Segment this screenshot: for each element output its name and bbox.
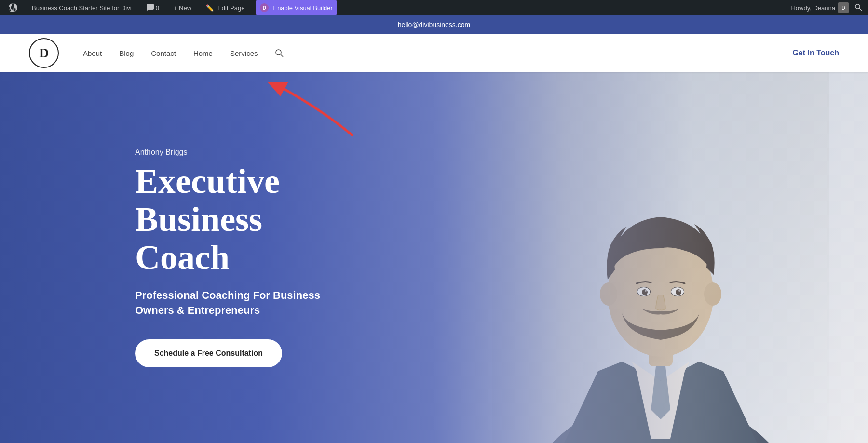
comment-icon (146, 4, 154, 12)
hero-description: Professional Coaching For Business Owner… (135, 288, 338, 318)
new-button[interactable]: + New (171, 0, 194, 15)
svg-line-3 (859, 8, 862, 11)
nav-link-home[interactable]: Home (193, 49, 213, 57)
nav-link-services[interactable]: Services (230, 49, 258, 57)
email-link[interactable]: hello@divibusiness.com (398, 21, 470, 28)
wp-logo-button[interactable] (6, 0, 20, 15)
divi-icon: D (260, 3, 269, 12)
svg-line-5 (281, 54, 283, 57)
nav-links: About Blog Contact Home Services (83, 49, 792, 57)
nav-link-about[interactable]: About (83, 49, 102, 57)
top-bar: hello@divibusiness.com (0, 15, 868, 34)
user-avatar: D (838, 2, 849, 13)
nav-search-icon[interactable] (275, 49, 284, 57)
svg-point-4 (276, 50, 281, 55)
wp-icon (9, 3, 17, 12)
nav-link-contact[interactable]: Contact (151, 49, 176, 57)
nav-cta-button[interactable]: Get In Touch (792, 49, 839, 57)
site-name-button[interactable]: Business Coach Starter Site for Divi (29, 0, 135, 15)
hero-content: Anthony Briggs Executive Business Coach … (0, 148, 338, 367)
hero-section: Anthony Briggs Executive Business Coach … (0, 72, 868, 443)
pencil-icon: ✏️ (206, 4, 214, 12)
hero-title: Executive Business Coach (135, 162, 338, 277)
howdy-section: Howdy, Deanna D (791, 2, 849, 13)
edit-page-label: Edit Page (217, 4, 244, 12)
enable-vb-button[interactable]: D Enable Visual Builder (256, 0, 336, 15)
site-name-label: Business Coach Starter Site for Divi (32, 4, 132, 12)
nav-logo[interactable]: D (29, 38, 59, 68)
svg-point-2 (855, 4, 860, 9)
logo-circle: D (29, 38, 59, 68)
wp-admin-bar: Business Coach Starter Site for Divi 0 +… (0, 0, 868, 15)
nav-link-blog[interactable]: Blog (119, 49, 134, 57)
svg-rect-0 (147, 4, 153, 9)
comments-button[interactable]: 0 (143, 0, 162, 15)
admin-search-icon[interactable] (854, 3, 862, 13)
comment-count: 0 (156, 4, 159, 12)
new-label: + New (174, 4, 191, 12)
howdy-label: Howdy, Deanna (791, 4, 835, 12)
enable-vb-label: Enable Visual Builder (273, 4, 332, 12)
main-nav: D About Blog Contact Home Services Get I… (0, 34, 868, 72)
hero-subtitle: Anthony Briggs (135, 148, 338, 157)
edit-page-button[interactable]: ✏️ Edit Page (203, 0, 247, 15)
hero-cta-button[interactable]: Schedule a Free Consultation (135, 339, 282, 367)
